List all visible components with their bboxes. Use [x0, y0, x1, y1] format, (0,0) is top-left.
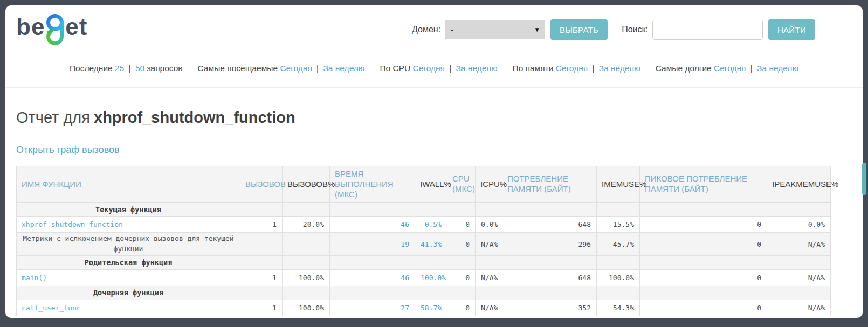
column-header-3[interactable]: ВРЕМЯ ВЫПОЛНЕНИЯ (МКС) — [330, 166, 415, 203]
value-cell: 20.0% — [283, 217, 330, 233]
value-cell: 19 — [330, 233, 415, 256]
nav-group-prefix: По CPU — [380, 64, 412, 73]
value-link[interactable]: 19 — [401, 240, 409, 248]
value-cell: 54.3% — [597, 300, 640, 316]
top-navigation: Последние 25 | 50 запросовСамые посещаем… — [5, 64, 863, 73]
nav-link-0-1[interactable]: 50 — [135, 64, 144, 73]
empty-cell — [330, 203, 415, 217]
value-cell: 45.7% — [597, 233, 640, 256]
empty-cell — [502, 203, 597, 217]
header-divider — [5, 87, 863, 88]
empty-cell — [447, 286, 476, 300]
scrollbar-thumb[interactable] — [862, 163, 866, 195]
function-link[interactable]: xhprof_shutdown_function — [22, 220, 123, 228]
value-cell: N/A% — [767, 233, 831, 256]
empty-cell — [330, 286, 415, 300]
nav-link-2-0[interactable]: Сегодня — [413, 64, 445, 73]
value-cell: 648 — [502, 269, 597, 286]
empty-cell — [767, 286, 831, 300]
value-cell: 0.0% — [767, 217, 831, 233]
value-cell: 27 — [330, 300, 415, 316]
value-cell: 0 — [447, 300, 476, 316]
column-header-9[interactable]: ПИКОВОЕ ПОТРЕБЛЕНИЕ ПАМЯТИ (БАЙТ) — [640, 166, 767, 203]
function-link[interactable]: call_user_func — [22, 304, 81, 312]
table-row-section: Родительская функция — [17, 255, 831, 269]
beget-logo[interactable]: be et — [16, 11, 87, 48]
value-link[interactable]: 41.3% — [421, 240, 442, 248]
nav-group-4: Самые долгие Сегодня | За неделю — [656, 64, 798, 73]
column-header-2: ВЫЗОВОВ% — [283, 166, 330, 203]
column-header-5[interactable]: CPU (МКС) — [447, 166, 476, 203]
nav-link-3-1[interactable]: За неделю — [599, 64, 640, 73]
value-cell: 296 — [502, 233, 597, 256]
value-link[interactable]: 0.5% — [425, 220, 442, 228]
nav-group-3: По памяти Сегодня | За неделю — [513, 64, 640, 73]
function-link[interactable]: main() — [22, 274, 47, 282]
table-row-info: Метрики с ислкючением дочерних вызовов д… — [17, 233, 831, 256]
empty-cell — [415, 286, 447, 300]
nav-link-1-0[interactable]: Сегодня — [280, 64, 312, 73]
table-header-row: ИМЯ ФУНКЦИИВЫЗОВОВВЫЗОВОВ%ВРЕМЯ ВЫПОЛНЕН… — [17, 166, 831, 203]
value-cell: 0.0% — [476, 217, 502, 233]
column-header-1[interactable]: ВЫЗОВОВ — [240, 166, 283, 203]
nav-link-3-0[interactable]: Сегодня — [556, 64, 588, 73]
domain-label: Домен: — [412, 25, 440, 34]
logo-g-icon — [45, 13, 65, 48]
nav-link-4-0[interactable]: Сегодня — [714, 64, 746, 73]
value-cell: 0 — [640, 217, 767, 233]
section-label: Текущая функция — [17, 203, 240, 217]
value-link[interactable]: 27 — [401, 304, 409, 312]
page-title-prefix: Отчет для — [16, 109, 90, 126]
function-name-cell: Метрики с ислкючением дочерних вызовов д… — [17, 233, 240, 256]
empty-cell — [767, 203, 831, 217]
value-link[interactable]: 46 — [401, 274, 409, 282]
nav-group-prefix: Самые посещаемые — [198, 64, 280, 73]
empty-cell — [476, 203, 502, 217]
value-cell: 0 — [640, 269, 767, 286]
value-cell: 1 — [240, 217, 283, 233]
select-domain-button[interactable]: ВЫБРАТЬ — [550, 19, 608, 40]
empty-cell — [767, 255, 831, 269]
table-row-data: xhprof_shutdown_function120.0%460.5%00.0… — [17, 217, 831, 233]
value-link[interactable]: 100.0% — [421, 274, 446, 282]
domain-select-value: - — [451, 25, 453, 34]
value-cell: 0.5% — [415, 217, 447, 233]
function-name-cell: call_user_func — [17, 300, 240, 316]
column-header-10: IPEAKMEMUSE% — [767, 166, 831, 203]
domain-select[interactable]: - ▼ — [445, 20, 545, 39]
value-link[interactable]: 46 — [401, 220, 409, 228]
empty-cell — [240, 255, 283, 269]
nav-group-0: Последние 25 | 50 запросов — [70, 64, 183, 73]
empty-cell — [415, 203, 447, 217]
nav-link-2-1[interactable]: За неделю — [456, 64, 498, 73]
nav-link-0-0[interactable]: 25 — [115, 64, 124, 73]
value-cell: 100.0% — [597, 269, 640, 286]
column-header-0[interactable]: ИМЯ ФУНКЦИИ — [17, 166, 240, 203]
value-cell: 0 — [447, 233, 476, 256]
empty-cell — [640, 203, 767, 217]
nav-link-1-1[interactable]: За неделю — [323, 64, 364, 73]
column-header-7[interactable]: ПОТРЕБЛЕНИЕ ПАМЯТИ (БАЙТ) — [502, 166, 597, 203]
value-cell: 58.7% — [415, 300, 447, 316]
value-cell: 648 — [502, 217, 597, 233]
value-cell: 1 — [240, 269, 283, 286]
find-button[interactable]: НАЙТИ — [768, 19, 815, 40]
value-cell: 1 — [240, 300, 283, 316]
empty-cell — [597, 255, 640, 269]
empty-cell — [240, 203, 283, 217]
value-link[interactable]: 58.7% — [421, 304, 442, 312]
empty-cell — [640, 286, 767, 300]
table-row-section: Текущая функция — [17, 203, 831, 217]
section-label: Дочерняя функция — [17, 286, 240, 300]
nav-group-prefix: Самые долгие — [656, 64, 714, 73]
nav-group-suffix: запросов — [144, 64, 182, 73]
value-cell: N/A% — [476, 300, 502, 316]
empty-cell — [502, 286, 597, 300]
value-cell: 0 — [447, 217, 476, 233]
value-cell: 100.0% — [283, 300, 330, 316]
open-call-graph-link[interactable]: Открыть граф вызовов — [16, 144, 120, 156]
nav-link-4-1[interactable]: За неделю — [757, 64, 798, 73]
section-label: Родительская функция — [17, 255, 240, 269]
nav-separator: | — [126, 64, 133, 73]
search-input[interactable] — [652, 20, 763, 40]
